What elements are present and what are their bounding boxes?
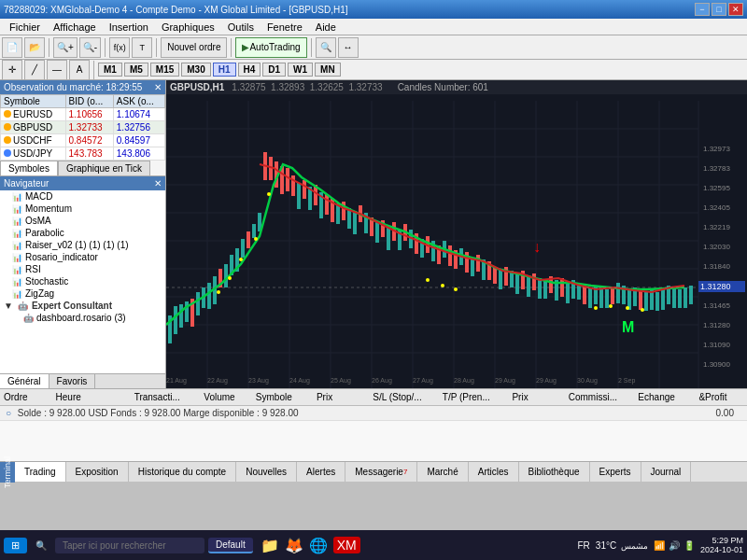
tab-journal[interactable]: Journal	[641, 462, 692, 482]
order-col-symbole: Symbole	[256, 392, 309, 402]
market-row-usdchf[interactable]: USDCHF 0.84572 0.84597	[1, 134, 165, 147]
nav-tab-general[interactable]: Général	[0, 374, 49, 388]
tab-experts[interactable]: Experts	[590, 462, 641, 482]
chart-area[interactable]: GBPUSD,H1 1.32875 1.32893 1.32625 1.3273…	[166, 80, 747, 388]
nav-macd[interactable]: 📊 MACD	[0, 190, 165, 203]
new-order-btn[interactable]: Nouvel ordre	[161, 37, 227, 58]
menu-graphiques[interactable]: Graphiques	[156, 21, 220, 34]
tab-symboles[interactable]: Symboles	[0, 161, 58, 175]
new-order-label: Nouvel ordre	[167, 42, 220, 52]
tab-nouvelles[interactable]: Nouvelles	[236, 462, 297, 482]
menu-affichage[interactable]: Affichage	[48, 21, 102, 34]
autotrade-btn[interactable]: ▶ AutoTrading	[235, 37, 306, 58]
scroll-btn[interactable]: ↔	[338, 37, 359, 58]
nav-raiser[interactable]: 📊 Raiser_v02 (1) (1) (1) (1)	[0, 239, 165, 251]
terminal-side-label[interactable]: Terminal	[0, 462, 15, 483]
menu-fenetre[interactable]: Fenetre	[261, 21, 308, 34]
close-button[interactable]: ✕	[728, 3, 743, 16]
tf-m15[interactable]: M15	[150, 63, 179, 77]
svg-text:26 Aug: 26 Aug	[372, 377, 392, 385]
new-chart-btn[interactable]: 📄	[2, 37, 22, 58]
line-btn[interactable]: ╱	[24, 60, 45, 80]
taskbar-search-icon: 🔍	[31, 535, 51, 555]
taskbar-icon-firefox[interactable]: 🦊	[285, 537, 303, 554]
tab-graphique-tick[interactable]: Graphique en Tick	[58, 161, 150, 175]
nav-label-rsi: RSI	[25, 264, 41, 274]
clock-date: 2024-10-01	[700, 545, 743, 554]
order-col-echange: Echange	[638, 392, 691, 402]
tf-mn[interactable]: MN	[315, 63, 341, 77]
template-btn[interactable]: T	[132, 37, 152, 58]
navigator-close[interactable]: ✕	[154, 178, 162, 189]
tf-h1[interactable]: H1	[213, 63, 236, 77]
tab-articles[interactable]: Articles	[469, 462, 519, 482]
balance-icon: ○	[6, 408, 11, 418]
menu-insertion[interactable]: Insertion	[104, 21, 154, 34]
nav-momentum[interactable]: 📊 Momentum	[0, 203, 165, 215]
tf-m30[interactable]: M30	[181, 63, 210, 77]
text-btn[interactable]: A	[69, 60, 90, 80]
nav-rsi[interactable]: 📊 RSI	[0, 263, 165, 275]
nav-dashboard-rosario[interactable]: 🤖 dashboard.rosario (3)	[0, 312, 165, 324]
menu-fichier[interactable]: Fichier	[4, 21, 46, 34]
nav-icon-momentum: 📊	[11, 204, 22, 214]
tab-bibliotheque[interactable]: Bibliothèque	[519, 462, 590, 482]
nav-label-zigzag: ZigZag	[25, 288, 54, 299]
start-button[interactable]: ⊞	[4, 538, 27, 553]
order-col-heure: Heure	[56, 392, 127, 402]
tab-alertes[interactable]: Alertes	[297, 462, 345, 482]
zoom-out-btn[interactable]: 🔍-	[79, 37, 101, 58]
hline-btn[interactable]: —	[47, 60, 67, 80]
taskbar-app-default[interactable]: Default	[208, 538, 253, 553]
market-row-eurusd[interactable]: EURUSD 1.10656 1.10674	[1, 108, 165, 121]
zoom-btn[interactable]: 🔍	[316, 37, 336, 58]
ask-usdjpy: 143.806	[113, 147, 164, 161]
nav-label-stochastic: Stochastic	[25, 276, 68, 287]
minimize-button[interactable]: −	[695, 3, 710, 16]
nav-stochastic[interactable]: 📊 Stochastic	[0, 275, 165, 287]
tab-messagerie[interactable]: Messagerie7	[345, 462, 417, 482]
ask-gbpusd: 1.32756	[113, 121, 164, 134]
market-row-gbpusd[interactable]: GBPUSD 1.32733 1.32756	[1, 121, 165, 134]
taskbar-icon-folder[interactable]: 📁	[261, 537, 279, 554]
nav-icon-osma: 📊	[11, 217, 22, 226]
open-btn[interactable]: 📂	[24, 37, 45, 58]
sep3	[156, 38, 157, 57]
svg-rect-120	[583, 286, 586, 304]
nav-parabolic[interactable]: 📊 Parabolic	[0, 227, 165, 239]
tf-m1[interactable]: M1	[98, 63, 122, 77]
indicator-btn[interactable]: f(x)	[109, 37, 130, 58]
temperature-city: 31°C مشمس	[596, 540, 648, 551]
tab-trading[interactable]: Trading	[15, 462, 66, 482]
svg-rect-133	[655, 292, 659, 311]
navigator-header: Navigateur ✕	[0, 176, 165, 190]
menu-aide[interactable]: Aide	[310, 21, 342, 34]
tab-historique[interactable]: Historique du compte	[129, 462, 237, 482]
tf-w1[interactable]: W1	[288, 63, 313, 77]
nav-expert[interactable]: ▼ 🤖 Expert Consultant	[0, 300, 165, 312]
nav-rosario[interactable]: 📊 Rosario_indicator	[0, 251, 165, 263]
svg-point-146	[267, 192, 271, 196]
tf-d1[interactable]: D1	[262, 63, 286, 77]
svg-rect-113	[543, 280, 547, 299]
nav-tab-favoris[interactable]: Favoris	[49, 374, 96, 388]
svg-text:1.32783: 1.32783	[703, 164, 730, 173]
nav-zigzag[interactable]: 📊 ZigZag	[0, 287, 165, 300]
tab-marche[interactable]: Marché	[417, 462, 468, 482]
maximize-button[interactable]: □	[712, 3, 726, 16]
crosshair-btn[interactable]: ✛	[2, 60, 22, 80]
taskbar-icon-xm[interactable]: XM	[333, 537, 360, 553]
tf-h4[interactable]: H4	[238, 63, 261, 77]
search-input[interactable]	[55, 538, 204, 553]
svg-rect-111	[532, 273, 536, 290]
nav-label-macd: MACD	[25, 191, 52, 202]
zoom-in-btn[interactable]: 🔍+	[53, 37, 78, 58]
tab-exposition[interactable]: Exposition	[66, 462, 129, 482]
taskbar-icon-chrome[interactable]: 🌐	[309, 537, 328, 554]
nav-osma[interactable]: 📊 OsMA	[0, 215, 165, 227]
svg-rect-131	[644, 292, 648, 311]
market-row-usdjpy[interactable]: USD/JPY 143.783 143.806	[1, 147, 165, 161]
market-watch-close[interactable]: ✕	[154, 82, 162, 92]
tf-m5[interactable]: M5	[124, 63, 148, 77]
menu-outils[interactable]: Outils	[222, 21, 260, 34]
